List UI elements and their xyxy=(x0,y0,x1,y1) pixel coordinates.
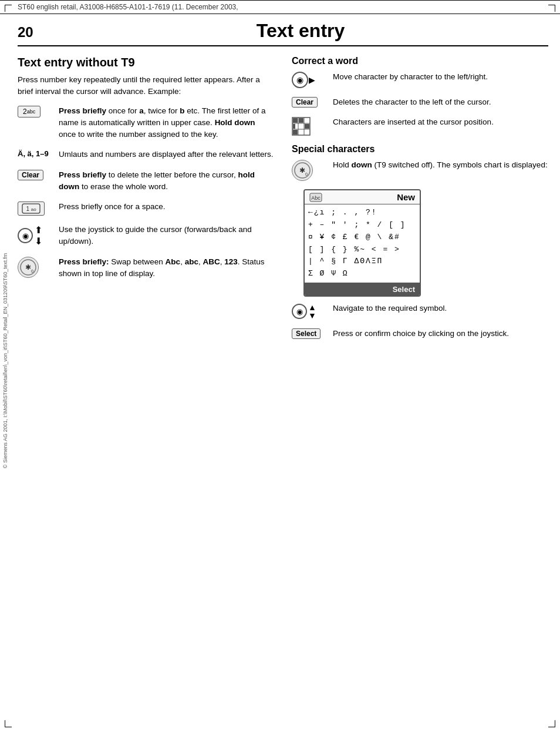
char-display-body: ←¿ı ; . , ?! + – " ' ; * / [ ] ¤ ¥ ¢ £ €… xyxy=(305,204,420,283)
select-key-icon: Select xyxy=(292,328,327,339)
char-row: | ^ § Γ ΔΘΛΞΠ xyxy=(308,256,416,268)
left-column: Text entry without T9 Press number key r… xyxy=(18,56,274,348)
char-row: [ ] { } %~ < = > xyxy=(308,244,416,256)
intro-text: Press number key repeatedly until the re… xyxy=(18,74,274,98)
list-item: ✱ 0 Press briefly: Swap between Abc, abc… xyxy=(18,256,274,280)
sidebar-copyright: © Siemens AG 2001, I:\Mobil\ST60\retail\… xyxy=(2,253,8,468)
joystick-navigate-icon: ◉ ▲ ▼ xyxy=(292,303,327,320)
page-title-row: 20 Text entry xyxy=(18,14,548,46)
item-text-umlauts: Umlauts and numbers are displayed after … xyxy=(59,149,274,160)
page-number: 20 xyxy=(18,24,41,41)
item-text-joystick-lr: Move character by character to the left/… xyxy=(333,71,548,83)
svg-rect-13 xyxy=(293,130,298,135)
clear-key-icon: Clear xyxy=(18,169,53,180)
header-text: ST60 english retail, A31008-H6855-A101-1… xyxy=(18,3,238,11)
svg-text:✱: ✱ xyxy=(25,263,31,271)
insert-icon xyxy=(292,116,327,136)
list-item: Select Press or confirm choice by clicki… xyxy=(292,328,548,340)
left-section-title: Text entry without T9 xyxy=(18,56,274,69)
list-item: Clear Deletes the character to the left … xyxy=(292,96,548,108)
char-display-footer: Select xyxy=(305,283,420,296)
svg-text:1 ao: 1 ao xyxy=(26,206,36,212)
star-key-icon: ✱ 0 xyxy=(18,256,53,278)
space-key-icon: 1 ao xyxy=(18,201,53,216)
char-display-header: Abc New xyxy=(305,190,420,204)
joystick-lr-icon: ◉ ▶ xyxy=(292,71,327,88)
star-key-special-icon: ✱ 0 xyxy=(292,159,327,181)
list-item: Characters are inserted at the cursor po… xyxy=(292,116,548,136)
umlaut-label-icon: Ä, ä, 1–9 xyxy=(18,149,53,158)
item-text-clear: Press briefly to delete the letter befor… xyxy=(59,169,274,193)
svg-rect-12 xyxy=(305,124,309,129)
char-row: ¤ ¥ ¢ £ € @ \ &# xyxy=(308,231,416,244)
svg-text:✱: ✱ xyxy=(299,166,305,174)
page-header: ST60 english retail, A31008-H6855-A101-1… xyxy=(0,0,560,14)
char-row: + – " ' ; * / [ ] xyxy=(308,219,416,231)
item-text-deletes: Deletes the character to the left of the… xyxy=(333,96,548,108)
item-text-hold-down: Hold down (T9 switched off). The symbols… xyxy=(333,159,548,171)
clear-key-right-icon: Clear xyxy=(292,96,327,108)
item-text-inserted: Characters are inserted at the cursor po… xyxy=(333,116,548,128)
right-column: Correct a word ◉ ▶ Move character by cha… xyxy=(292,56,548,348)
svg-text:Abc: Abc xyxy=(311,195,321,201)
list-item: 2 abc Press briefly once for a, twice fo… xyxy=(18,105,274,141)
list-item: Clear Press briefly to delete the letter… xyxy=(18,169,274,193)
char-row: Σ Ø Ψ Ω xyxy=(308,268,416,280)
char-display: Abc New ←¿ı ; . , ?! + – " ' ; * / [ ] ¤… xyxy=(303,189,421,297)
char-display-title: New xyxy=(397,192,415,202)
item-text-select: Press or confirm choice by clicking on t… xyxy=(333,328,548,340)
item-text-star: Press briefly: Swap between Abc, abc, AB… xyxy=(59,256,274,280)
page-title: Text entry xyxy=(53,20,548,42)
list-item: 1 ao Press briefly once for a space. xyxy=(18,201,274,216)
special-chars-title: Special characters xyxy=(292,144,548,155)
svg-rect-10 xyxy=(293,118,298,123)
key-2abc-icon: 2 abc xyxy=(18,105,53,117)
list-item: Ä, ä, 1–9 Umlauts and numbers are displa… xyxy=(18,149,274,160)
char-row: ←¿ı ; . , ?! xyxy=(308,207,416,219)
correct-word-title: Correct a word xyxy=(292,56,548,66)
item-text-joystick: Use the joystick to guide the cursor (fo… xyxy=(59,224,274,248)
svg-rect-11 xyxy=(299,118,303,123)
list-item: ◉ ▶ Move character by character to the l… xyxy=(292,71,548,88)
item-text-navigate: Navigate to the required symbol. xyxy=(333,303,548,314)
list-item: ◉ ⬆︎⬇︎ Use the joystick to guide the cur… xyxy=(18,224,274,248)
svg-text:0: 0 xyxy=(31,269,33,273)
item-text-space: Press briefly once for a space. xyxy=(59,201,274,213)
svg-text:0: 0 xyxy=(305,172,308,176)
svg-rect-14 xyxy=(293,124,295,129)
list-item: ✱ 0 Hold down (T9 switched off). The sym… xyxy=(292,159,548,181)
item-text-press-briefly: Press briefly once for a, twice for b et… xyxy=(59,105,274,141)
joystick-arrow-icon: ◉ ⬆︎⬇︎ xyxy=(18,224,53,247)
list-item: ◉ ▲ ▼ Navigate to the required symbol. xyxy=(292,303,548,320)
